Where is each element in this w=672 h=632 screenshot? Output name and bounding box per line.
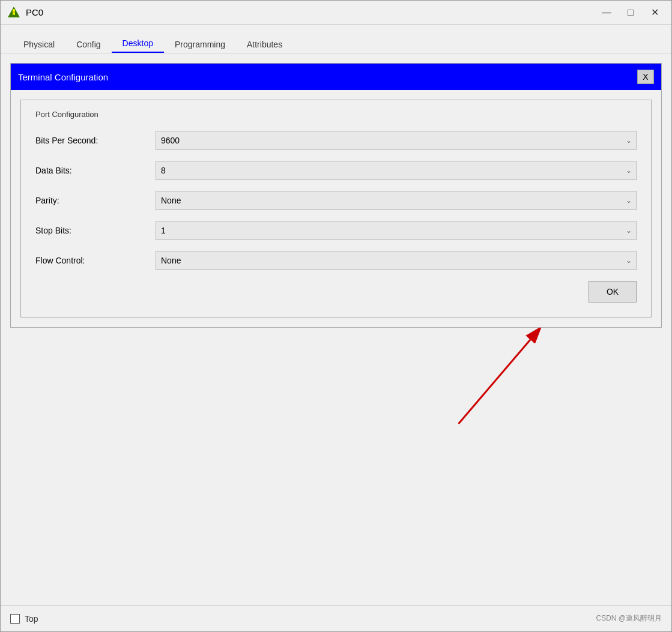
annotation-arrow-svg (10, 328, 662, 436)
top-checkbox[interactable] (10, 614, 20, 624)
port-config-label: Port Configuration (35, 110, 637, 119)
watermark-text: CSDN @遨风醉明月 (596, 613, 662, 624)
bits-per-second-row: Bits Per Second: 30012002400480096001920… (35, 131, 637, 150)
top-label: Top (25, 614, 38, 624)
data-bits-row: Data Bits: 5678 ⌄ (35, 161, 637, 180)
data-bits-select[interactable]: 5678 (156, 161, 637, 180)
data-bits-label: Data Bits: (35, 166, 156, 175)
maximize-button[interactable]: □ (620, 4, 641, 21)
stop-bits-select-wrapper: 11.52 ⌄ (156, 221, 637, 240)
svg-point-2 (13, 9, 15, 11)
tab-config[interactable]: Config (65, 36, 111, 53)
flow-control-row: Flow Control: NoneXON/XOFFHardware ⌄ (35, 251, 637, 270)
tab-physical[interactable]: Physical (13, 36, 65, 53)
top-checkbox-area: Top (10, 614, 38, 624)
stop-bits-row: Stop Bits: 11.52 ⌄ (35, 221, 637, 240)
dialog-title-bar: Terminal Configuration X (11, 64, 661, 90)
app-icon (7, 5, 21, 20)
parity-select[interactable]: NoneEvenOddMarkSpace (156, 191, 637, 210)
bits-per-second-label: Bits Per Second: (35, 136, 156, 145)
main-content: Terminal Configuration X Port Configurat… (1, 53, 671, 605)
tab-attributes[interactable]: Attributes (236, 36, 293, 53)
flow-control-select[interactable]: NoneXON/XOFFHardware (156, 251, 637, 270)
title-bar: PC0 — □ ✕ (1, 1, 671, 25)
arrow-annotation (10, 328, 662, 436)
tab-desktop[interactable]: Desktop (112, 35, 164, 53)
flow-control-select-wrapper: NoneXON/XOFFHardware ⌄ (156, 251, 637, 270)
stop-bits-select[interactable]: 11.52 (156, 221, 637, 240)
parity-select-wrapper: NoneEvenOddMarkSpace ⌄ (156, 191, 637, 210)
window-close-button[interactable]: ✕ (644, 4, 665, 21)
parity-label: Parity: (35, 196, 156, 205)
title-bar-left: PC0 (7, 5, 43, 20)
tab-bar: Physical Config Desktop Programming Attr… (1, 25, 671, 53)
ok-button[interactable]: OK (589, 281, 637, 302)
flow-control-label: Flow Control: (35, 256, 156, 265)
parity-row: Parity: NoneEvenOddMarkSpace ⌄ (35, 191, 637, 210)
bits-per-second-select-wrapper: 3001200240048009600192003840057600115200… (156, 131, 637, 150)
ok-button-row: OK (35, 281, 637, 302)
dialog-close-button[interactable]: X (637, 70, 654, 84)
svg-line-4 (459, 340, 530, 424)
stop-bits-label: Stop Bits: (35, 226, 156, 235)
bits-per-second-select[interactable]: 3001200240048009600192003840057600115200 (156, 131, 637, 150)
main-window: PC0 — □ ✕ Physical Config Desktop Progra… (0, 0, 672, 632)
title-bar-controls: — □ ✕ (596, 4, 665, 21)
minimize-button[interactable]: — (596, 4, 617, 21)
bottom-bar: Top CSDN @遨风醉明月 (1, 605, 671, 631)
port-config-group: Port Configuration Bits Per Second: 3001… (20, 100, 652, 318)
window-title: PC0 (26, 7, 43, 17)
terminal-config-dialog: Terminal Configuration X Port Configurat… (10, 63, 662, 328)
tab-programming[interactable]: Programming (164, 36, 236, 53)
data-bits-select-wrapper: 5678 ⌄ (156, 161, 637, 180)
svg-rect-1 (13, 11, 15, 15)
dialog-title: Terminal Configuration (18, 72, 108, 82)
